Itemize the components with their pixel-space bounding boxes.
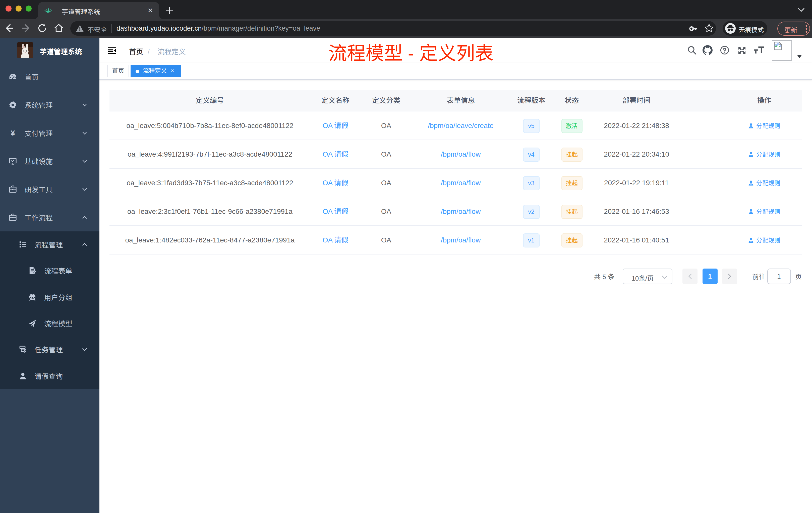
svg-text:¥: ¥ [11, 129, 15, 137]
